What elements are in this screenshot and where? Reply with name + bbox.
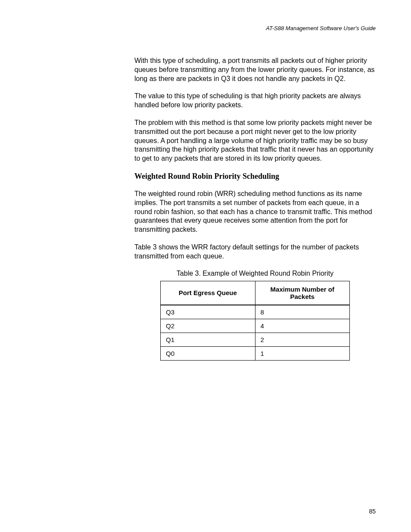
main-content: With this type of scheduling, a port tra… <box>134 56 376 361</box>
table-header-queue: Port Egress Queue <box>161 281 255 305</box>
paragraph-2: The value to this type of scheduling is … <box>134 92 376 110</box>
table-cell-packets: 1 <box>255 346 350 360</box>
table-cell-queue: Q1 <box>161 333 255 346</box>
paragraph-4: The weighted round robin (WRR) schedulin… <box>134 190 376 234</box>
table-cell-queue: Q0 <box>161 346 255 360</box>
wrr-table: Port Egress Queue Maximum Number of Pack… <box>160 281 350 361</box>
table-cell-packets: 8 <box>255 305 350 319</box>
section-subheading: Weighted Round Robin Priority Scheduling <box>134 172 376 181</box>
paragraph-1: With this type of scheduling, a port tra… <box>134 56 376 83</box>
table-cell-queue: Q2 <box>161 319 255 333</box>
page-number: 85 <box>369 508 376 515</box>
table-caption: Table 3. Example of Weighted Round Robin… <box>134 270 376 277</box>
paragraph-3: The problem with this method is that som… <box>134 118 376 163</box>
table-row: Q0 1 <box>161 346 350 360</box>
table-row: Q2 4 <box>161 319 350 333</box>
paragraph-5: Table 3 shows the WRR factory default se… <box>134 243 376 261</box>
table-row: Q3 8 <box>161 305 350 319</box>
table-header-row: Port Egress Queue Maximum Number of Pack… <box>161 281 350 305</box>
table-row: Q1 2 <box>161 333 350 346</box>
table-cell-packets: 2 <box>255 333 350 346</box>
page-header: AT-S88 Management Software User's Guide <box>35 25 376 31</box>
table-cell-queue: Q3 <box>161 305 255 319</box>
table-header-packets: Maximum Number of Packets <box>255 281 350 305</box>
table-cell-packets: 4 <box>255 319 350 333</box>
